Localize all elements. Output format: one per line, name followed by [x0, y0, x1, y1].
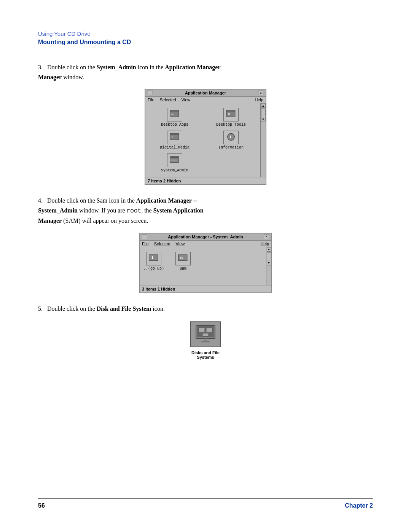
step-3-text: 3. Double click on the System_Admin icon… [38, 62, 373, 82]
window1-minimize-btn[interactable]: _ [148, 91, 153, 95]
window2-minimize-btn[interactable]: _ [142, 235, 147, 239]
step-4-bold-sysapp: System Application [153, 207, 204, 214]
page: Using Your CD Drive Mounting and Unmount… [0, 0, 411, 532]
window1-menu-help[interactable]: Help [255, 97, 263, 102]
svg-text:↑: ↑ [171, 135, 173, 139]
window2: _ Application Manager - System_Admin × F… [139, 233, 272, 293]
window1-icon-desktop-apps-box: ✏ [167, 108, 182, 121]
content-section: 3. Double click on the System_Admin icon… [38, 62, 373, 483]
window2-icon-sam-label: Sam [180, 267, 186, 271]
window1-menu-file[interactable]: File [148, 97, 155, 102]
window1-scroll-down[interactable]: ▼ [261, 117, 266, 121]
window1-icon-system-admin-label: System_Admin [161, 168, 188, 173]
disk-icon-container: Disks and File Systems [38, 321, 373, 359]
digital-media-icon: ↑ [169, 132, 181, 143]
window1-icon-information[interactable]: i Information [206, 131, 256, 150]
window1-container: _ Application Manager × File Selected Vi… [38, 89, 373, 185]
step-3-bold1: System_Admin [97, 64, 136, 70]
step-3-number: 3. [38, 64, 43, 70]
window1-menu-view[interactable]: View [182, 97, 191, 102]
page-footer: 56 Chapter 2 [38, 498, 373, 509]
step-4-bold-sysadmin: System_Admin [38, 207, 78, 214]
step-5-text-after: icon. [151, 305, 165, 312]
window1-scroll-up[interactable]: ▲ [261, 103, 266, 108]
breadcrumb-section: Using Your CD Drive Mounting and Unmount… [38, 30, 373, 46]
window2-icon-sam[interactable]: ⚙ Sam [175, 252, 191, 281]
window2-menu-selected[interactable]: Selected [154, 241, 170, 246]
window2-scrollbar[interactable]: ▲ ▼ [266, 247, 271, 285]
window2-scroll-up[interactable]: ▲ [267, 247, 271, 252]
step-3-text-before: Double click on the [47, 64, 97, 70]
step-4: 4. Double click on the Sam icon in the A… [38, 196, 373, 293]
window1-icon-digital-media[interactable]: ↑ Digital_Media [149, 131, 200, 150]
step-3-text-after: window. [63, 74, 84, 80]
footer-page-number: 56 [38, 502, 45, 509]
window1-body: ✏ Desktop_Apps ✕ [145, 103, 260, 177]
window2-icon-go-up-box: ⬆ [146, 252, 161, 265]
disk-file-icon-item[interactable]: Disks and File Systems [190, 321, 221, 359]
window1-icon-system-admin[interactable]: System_Admin [149, 153, 200, 173]
window1-icon-desktop-apps[interactable]: ✏ Desktop_Apps [149, 108, 200, 127]
window1-close-btn[interactable]: × [258, 91, 263, 95]
window2-menubar: File Selected View Help [140, 241, 271, 247]
window1-icon-desktop-tools-label: Desktop_Tools [216, 123, 246, 127]
svg-rect-25 [201, 341, 210, 342]
step-3-manager-label: Manager [38, 74, 62, 80]
window1-icon-desktop-apps-label: Desktop_Apps [161, 123, 188, 127]
window1-icon-desktop-tools-box: ✕ [223, 108, 239, 121]
svg-rect-23 [202, 333, 209, 336]
window2-close-btn[interactable]: × [264, 235, 269, 239]
window1-icon-information-label: Information [218, 145, 244, 150]
disk-file-systems-icon [194, 325, 217, 344]
svg-rect-13 [170, 159, 175, 160]
window1-icon-digital-media-box: ↑ [167, 131, 182, 144]
step-5-text-before: Double click on the [47, 305, 97, 312]
step-3-bold2: Application Manager [165, 64, 220, 70]
window1-menu-selected[interactable]: Selected [160, 97, 176, 102]
svg-text:✕: ✕ [228, 112, 231, 116]
desktop-apps-icon: ✏ [169, 109, 181, 120]
sam-icon: ⚙ [177, 253, 189, 264]
window1-icon-desktop-tools[interactable]: ✕ Desktop_Tools [206, 108, 256, 127]
information-icon: i [225, 132, 237, 143]
window2-icon-go-up[interactable]: ⬆ ..(go up) [143, 252, 164, 281]
window1-title: Application Manager [153, 91, 258, 95]
window2-scroll-thumb[interactable] [267, 252, 271, 260]
window1-titlebar: _ Application Manager × [145, 89, 266, 97]
svg-rect-14 [170, 160, 177, 161]
window2-icon-sam-box: ⚙ [175, 252, 191, 265]
step-5-text: 5. Double click on the Disk and File Sys… [38, 304, 373, 314]
step-4-bold-am: Application Manager -- [136, 197, 198, 204]
system-admin-icon [169, 155, 181, 166]
window2-menu-view[interactable]: View [176, 241, 185, 246]
svg-rect-24 [204, 339, 207, 341]
window2-title: Application Manager - System_Admin [147, 235, 264, 239]
disk-file-icon-box [190, 321, 221, 347]
window1-icon-system-admin-box [167, 153, 182, 167]
svg-rect-22 [206, 328, 212, 332]
step-5: 5. Double click on the Disk and File Sys… [38, 304, 373, 359]
window2-menu-help[interactable]: Help [260, 241, 269, 246]
svg-rect-21 [199, 328, 205, 332]
window1: _ Application Manager × File Selected Vi… [145, 89, 266, 185]
window2-menu-file[interactable]: File [142, 241, 149, 246]
step-5-number: 5. [38, 305, 43, 312]
breadcrumb-link[interactable]: Using Your CD Drive [38, 30, 91, 37]
window2-icon-go-up-label: ..(go up) [143, 267, 164, 271]
svg-text:⚙: ⚙ [180, 256, 183, 260]
svg-point-9 [228, 133, 235, 141]
step-5-bold1: Disk and File System [97, 305, 151, 312]
step-3: 3. Double click on the System_Admin icon… [38, 62, 373, 185]
step-4-bold-manager: Manager [38, 217, 62, 224]
window1-menubar: File Selected View Help [145, 97, 266, 103]
window2-scroll-down[interactable]: ▼ [267, 261, 271, 265]
disk-icon-label: Disks and File Systems [191, 350, 220, 359]
window1-scroll-thumb[interactable] [261, 109, 266, 116]
window1-body-wrapper: ✏ Desktop_Apps ✕ [145, 103, 266, 177]
window1-statusbar: 7 Items 2 Hidden [145, 177, 266, 184]
footer-chapter-label: Chapter 2 [345, 502, 373, 509]
desktop-tools-icon: ✕ [225, 109, 237, 120]
svg-text:✏: ✏ [171, 113, 174, 116]
step-3-text-mid: icon in the [136, 64, 165, 70]
window1-scrollbar[interactable]: ▲ ▼ [260, 103, 266, 177]
